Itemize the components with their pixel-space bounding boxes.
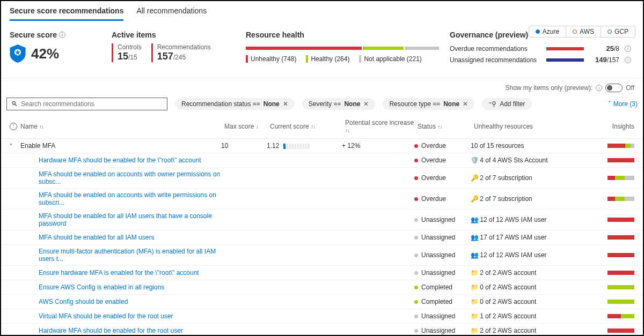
row-status: Completed: [414, 298, 471, 305]
resource-icon: 🛡️: [471, 156, 478, 164]
col-max-score[interactable]: Max score ↓: [224, 123, 270, 130]
gov-unassigned-row: Unassigned recommendations 149/157 i: [450, 56, 634, 64]
filter-recommendation-status[interactable]: Recommendation status == None✕: [175, 98, 295, 110]
info-icon[interactable]: i: [625, 46, 631, 52]
table-row[interactable]: Hardware MFA should be enabled for the \…: [1, 153, 643, 168]
controls-label: Controls: [118, 43, 142, 51]
table-row[interactable]: Ensure multi-factor authentication (MFA)…: [1, 245, 643, 266]
toggle-state: Off: [626, 84, 634, 92]
controls-stat: Controls 15/15: [112, 43, 142, 62]
filter-icon: ⁺⚲: [488, 100, 496, 108]
table-row[interactable]: MFA should be enabled for all IAM usersU…: [1, 230, 643, 245]
row-status: Completed: [414, 283, 471, 291]
resource-icon: 📁: [471, 298, 478, 305]
table-row[interactable]: Hardware MFA should be enabled for the r…: [1, 324, 643, 336]
mini-bar-icon: [608, 158, 634, 162]
controls-value: 15: [118, 51, 128, 62]
active-items-block: Active items Controls 15/15 Recommendati…: [112, 31, 235, 62]
close-icon[interactable]: ✕: [463, 100, 468, 108]
resource-icon: 📁: [471, 327, 478, 334]
recommendation-link[interactable]: MFA should be enabled on accounts with o…: [39, 170, 220, 185]
table-row[interactable]: Virtual MFA should be enabled for the ro…: [1, 309, 643, 324]
close-icon[interactable]: ✕: [283, 100, 288, 108]
recommendation-link[interactable]: MFA should be enabled for all IAM users …: [39, 212, 212, 227]
gov-overdue-value: 25/8: [589, 44, 619, 53]
recommendations-total: /245: [173, 54, 186, 61]
recommendation-link[interactable]: MFA should be enabled for all IAM users: [39, 234, 154, 241]
recommendation-link[interactable]: Ensure AWS Config is enabled in all regi…: [39, 283, 164, 291]
table-row[interactable]: Ensure hardware MFA is enabled for the \…: [1, 266, 643, 280]
group-row-enable-mfa[interactable]: ˅ Enable MFA 10 1.12 + 12% Overdue 10 of…: [1, 139, 643, 153]
resource-icon: 👥: [471, 234, 478, 241]
col-potential-increase[interactable]: Potential score increase ↑↓: [345, 119, 418, 134]
gov-unassigned-value: 149/157: [589, 56, 619, 64]
info-icon[interactable]: i: [59, 32, 65, 38]
tab-secure-score[interactable]: Secure score recommendations: [10, 6, 123, 21]
cloud-aws-label: AWS: [580, 28, 594, 35]
chevron-down-icon[interactable]: ˅: [10, 143, 17, 149]
row-resources: 🔑 2 of 7 subscription: [471, 195, 565, 203]
add-filter-button[interactable]: ⁺⚲Add filter: [482, 98, 531, 110]
group-current-score: 1.12: [267, 142, 342, 150]
mini-bar-icon: [608, 314, 634, 318]
search-field[interactable]: [21, 100, 163, 108]
health-bar-healthy: [363, 47, 404, 50]
cloud-azure[interactable]: Azure: [529, 26, 566, 37]
recommendation-link[interactable]: Virtual MFA should be enabled for the ro…: [39, 312, 173, 320]
col-name[interactable]: Name ↑↓: [20, 123, 224, 130]
col-insights: Insights: [568, 123, 634, 130]
row-resources: 📁 0 of 2 AWS account: [471, 298, 565, 305]
mini-bar-icon: [608, 300, 634, 304]
filter-severity[interactable]: Severity == None✕: [302, 98, 376, 110]
table-row[interactable]: AWS Config should be enabledCompleted📁 0…: [1, 295, 643, 309]
col-current-score[interactable]: Current score ↑↓: [270, 123, 345, 130]
recommendation-link[interactable]: Ensure multi-factor authentication (MFA)…: [39, 248, 216, 263]
tab-all-recommendations[interactable]: All recommendations: [136, 6, 207, 21]
gov-overdue-row: Overdue recommendations 25/8 i: [450, 44, 634, 53]
gov-overdue-label: Overdue recommendations: [450, 45, 541, 53]
resource-icon: 📁: [471, 283, 478, 291]
recommendations-stat: Recommendations 157/245: [151, 43, 211, 62]
table-row[interactable]: MFA should be enabled on accounts with w…: [1, 189, 643, 210]
search-input[interactable]: 🔍︎: [6, 98, 167, 110]
recommendation-link[interactable]: Ensure hardware MFA is enabled for the \…: [39, 269, 199, 277]
controls-total: /15: [128, 54, 137, 61]
cloud-gcp[interactable]: GCP: [601, 26, 635, 37]
group-status: Overdue: [414, 142, 471, 150]
resource-icon: 👥: [471, 251, 478, 259]
row-resources: 👥 12 of 12 AWS IAM user: [471, 216, 565, 223]
recommendation-link[interactable]: AWS Config should be enabled: [39, 298, 128, 305]
active-items-label: Active items: [112, 31, 235, 39]
table-row[interactable]: Ensure AWS Config is enabled in all regi…: [1, 280, 643, 295]
info-icon[interactable]: i: [596, 85, 602, 91]
gov-unassigned-label: Unassigned recommendations: [450, 56, 541, 64]
recommendations-value: 157: [157, 51, 173, 62]
recommendation-link[interactable]: Hardware MFA should be enabled for the r…: [39, 327, 183, 334]
row-status: Unassigned: [414, 312, 471, 320]
mini-bar-icon: [608, 197, 634, 201]
secure-score-value: 42%: [31, 46, 59, 62]
group-potential-increase: + 12%: [342, 142, 414, 150]
row-resources: 👥 17 of 17 AWS IAM user: [471, 234, 565, 241]
table-row[interactable]: MFA should be enabled for all IAM users …: [1, 210, 643, 230]
resource-health-bar: [246, 47, 439, 50]
row-status: Unassigned: [414, 234, 471, 241]
mini-bar-icon: [608, 144, 634, 148]
filter-resource-type[interactable]: Resource type == None✕: [383, 98, 474, 110]
expand-all-icon[interactable]: ˅: [10, 123, 17, 130]
resource-health-label: Resource health: [246, 31, 439, 39]
score-bar-icon: [283, 144, 310, 149]
recommendation-link[interactable]: Hardware MFA should be enabled for the \…: [39, 156, 201, 164]
col-status[interactable]: Status ↑↓: [418, 123, 474, 130]
recommendation-link[interactable]: MFA should be enabled on accounts with w…: [39, 191, 216, 206]
show-my-items-toggle[interactable]: [605, 84, 623, 92]
info-icon[interactable]: i: [625, 57, 631, 63]
more-filters-link[interactable]: ˅ More (3): [608, 100, 638, 108]
resource-health-block: Resource health Unhealthy (748) Healthy …: [246, 31, 439, 63]
close-icon[interactable]: ✕: [363, 100, 369, 108]
row-resources: 🛡️ 4 of 4 AWS Sts Account: [471, 156, 565, 164]
row-resources: 👥 12 of 12 AWS IAM user: [471, 251, 565, 259]
table-row[interactable]: MFA should be enabled on accounts with o…: [1, 168, 643, 189]
cloud-aws[interactable]: AWS: [566, 26, 601, 37]
row-status: Overdue: [414, 156, 471, 164]
